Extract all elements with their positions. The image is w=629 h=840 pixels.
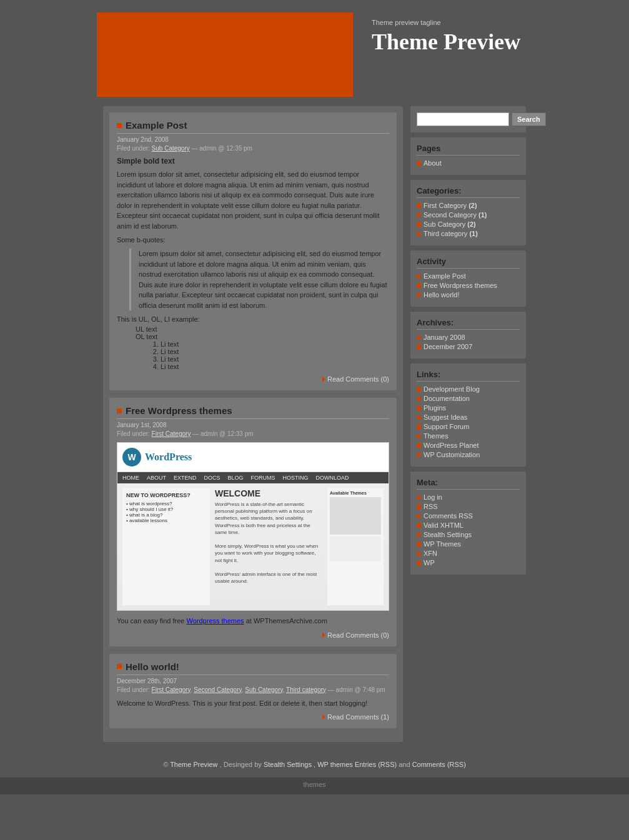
widget-bullet [417, 561, 421, 565]
list-item: Stealth Settings [417, 531, 520, 538]
list-item: Free Wordpress themes [417, 282, 520, 289]
search-input[interactable] [417, 112, 509, 126]
widget-bullet [417, 161, 421, 166]
link-dev-blog[interactable]: Development Blog [423, 385, 480, 393]
widget-bullet [417, 335, 421, 340]
widget-bullet [417, 443, 421, 448]
header-tagline: Theme preview tagline [372, 19, 520, 26]
links-widget: Links: Development Blog Documentation Pl… [410, 363, 526, 467]
comments-arrow-icon [322, 377, 325, 382]
widget-bullet [417, 542, 421, 546]
sidebar: Search Pages About Categories: First Cat… [410, 106, 526, 742]
meta-list: Log in RSS Comments RSS Valid XHTML Stea… [417, 493, 520, 566]
wp-screenshot-inner: W WordPress HOME ABOUT EXTEND DOCS BLOG … [117, 443, 389, 610]
list-item: Example Post [417, 272, 520, 280]
link-themes[interactable]: Themes [423, 432, 448, 440]
list-item: Suggest Ideas [417, 413, 520, 421]
read-comments-link[interactable]: Read Comments (0) [322, 375, 389, 383]
list-item: XFN [417, 550, 520, 557]
search-button[interactable]: Search [512, 112, 546, 126]
meta-xfn[interactable]: XFN [423, 550, 437, 557]
post-comments-link: Read Comments (0) [117, 375, 389, 383]
comments-arrow-icon-2 [322, 633, 325, 638]
footer-stealth-settings-link[interactable]: Stealth Settings [264, 761, 312, 768]
list-item: Development Blog [417, 385, 520, 393]
link-support-forum[interactable]: Support Forum [423, 423, 469, 430]
cat-link-4[interactable]: Third category (1) [423, 230, 478, 237]
meta-comments-rss[interactable]: Comments RSS [423, 512, 473, 520]
main-wrapper: Example Post January 2nd, 2008 Filed und… [0, 97, 629, 754]
meta-stealth-settings[interactable]: Stealth Settings [423, 531, 472, 538]
list-item: First Category (2) [417, 202, 520, 209]
read-comments-link-2[interactable]: Read Comments (0) [322, 631, 389, 639]
meta-valid-xhtml[interactable]: Valid XHTML [423, 521, 463, 529]
wordpress-themes-link[interactable]: Wordpress themes [187, 617, 244, 625]
footer: © Theme Preview , Desinged by Stealth Se… [0, 754, 629, 778]
post-bquotes-label: Some b-quotes: [117, 236, 389, 244]
post-body-3: Welcome to WordPress. This is your first… [117, 698, 389, 709]
meta-rss[interactable]: RSS [423, 503, 438, 510]
cat-link-sub[interactable]: Sub Category [245, 686, 282, 693]
post-example: Example Post January 2nd, 2008 Filed und… [109, 112, 397, 390]
list-item: Plugins [417, 404, 520, 412]
archives-widget: Archives: January 2008 December 2007 [410, 312, 526, 358]
categories-widget: Categories: First Category (2) Second Ca… [410, 180, 526, 245]
post-hello-world: Hello world! December 28th, 2007 Filed u… [109, 654, 397, 729]
cat-link-fc[interactable]: First Category [152, 686, 191, 693]
meta-login[interactable]: Log in [423, 493, 442, 501]
archive-link-2[interactable]: December 2007 [423, 343, 472, 350]
link-suggest-ideas[interactable]: Suggest Ideas [423, 413, 467, 421]
activity-link-3[interactable]: Hello world! [423, 291, 459, 299]
li-item: Li text [161, 340, 389, 348]
list-item: Sub Category (2) [417, 220, 520, 228]
post-title-link-3[interactable]: Hello world! [126, 661, 179, 672]
post-meta-3: Filed under: First Category, Second Cate… [117, 686, 389, 693]
cat-link-1[interactable]: First Category (2) [423, 202, 477, 209]
post-title-link-2[interactable]: Free Wordpress themes [126, 405, 232, 416]
link-docs[interactable]: Documentation [423, 395, 470, 402]
widget-bullet [417, 495, 421, 500]
widget-bullet [417, 533, 421, 537]
list-item: Comments RSS [417, 512, 520, 520]
search-widget: Search [410, 106, 526, 132]
pages-title: Pages [417, 144, 520, 156]
post-title-link[interactable]: Example Post [126, 120, 187, 131]
comments-arrow-icon-3 [322, 714, 325, 719]
cat-link-3[interactable]: Sub Category (2) [423, 220, 476, 228]
footer-theme-preview-link[interactable]: Theme Preview [170, 761, 217, 768]
post-category-link[interactable]: Sub Category [152, 145, 190, 152]
wp-logo-area: W WordPress [117, 443, 389, 472]
wp-themes-col: Available Themes [327, 488, 384, 605]
post-date-3: December 28th, 2007 [117, 678, 389, 684]
meta-wp[interactable]: WP [423, 559, 435, 566]
activity-list: Example Post Free Wordpress themes Hello… [417, 272, 520, 299]
footer-entries-rss-link[interactable]: Entries (RSS) [355, 761, 397, 768]
list-item: Log in [417, 493, 520, 501]
bottom-themes: themes [0, 778, 629, 794]
footer-comments-rss-link[interactable]: Comments (RSS) [412, 761, 466, 768]
page-about-link[interactable]: About [423, 159, 442, 167]
widget-bullet [417, 284, 421, 288]
cat-link-sc[interactable]: Second Category [194, 686, 242, 693]
meta-wp-themes[interactable]: WP Themes [423, 540, 461, 548]
link-wp-custom[interactable]: WP Customization [423, 451, 480, 458]
activity-link-2[interactable]: Free Wordpress themes [423, 282, 497, 289]
read-comments-link-3[interactable]: Read Comments (1) [322, 713, 389, 721]
categories-list: First Category (2) Second Category (1) S… [417, 202, 520, 237]
list-item: Valid XHTML [417, 521, 520, 529]
post-meta: Filed under: Sub Category — admin @ 12:3… [117, 145, 389, 152]
footer-wp-themes-link[interactable]: WP themes [317, 761, 353, 768]
link-wp-planet[interactable]: WordPress Planet [423, 442, 478, 449]
header-image [97, 12, 353, 97]
activity-link-1[interactable]: Example Post [423, 272, 466, 280]
list-item: Hello world! [417, 291, 520, 299]
cat-link-tc[interactable]: Third category [286, 686, 326, 693]
widget-bullet [417, 345, 421, 349]
activity-widget: Activity Example Post Free Wordpress the… [410, 250, 526, 307]
cat-link-2[interactable]: Second Category (1) [423, 211, 487, 219]
widget-bullet [417, 505, 421, 509]
link-plugins[interactable]: Plugins [423, 404, 446, 412]
archive-link-1[interactable]: January 2008 [423, 334, 465, 341]
activity-title: Activity [417, 257, 520, 269]
post-category-link-2[interactable]: First Category [152, 430, 191, 437]
